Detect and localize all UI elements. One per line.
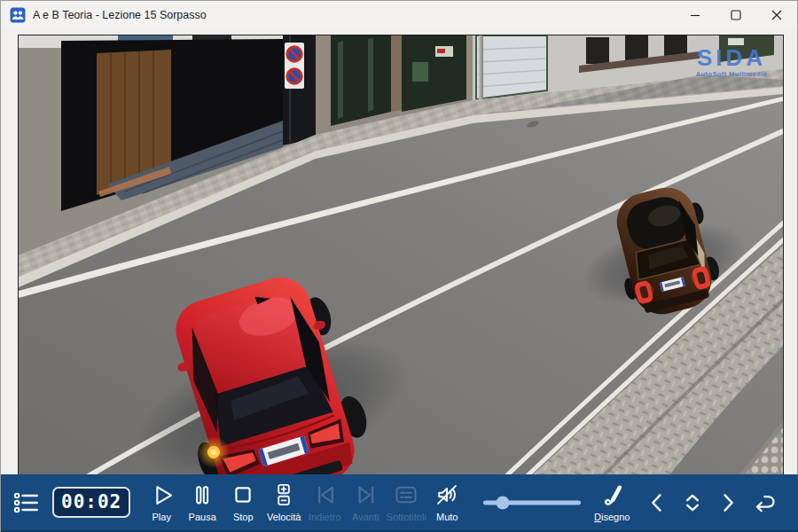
list-icon: [12, 489, 40, 517]
chevron-right-icon: [715, 489, 741, 516]
skip-back-icon: [312, 482, 337, 507]
app-window: A e B Teoria - Lezione 15 Sorpasso: [0, 0, 798, 532]
volume-thumb[interactable]: [497, 496, 510, 509]
playlist-button[interactable]: [8, 474, 43, 530]
stop-button[interactable]: Stop: [223, 474, 263, 530]
draw-button[interactable]: Disegno: [591, 474, 632, 530]
player-toolbar: 00:02 Play Pausa Stop: [1, 474, 798, 530]
timer-display: 00:02: [52, 487, 130, 518]
nav-expand-button[interactable]: [675, 474, 710, 530]
timer-value: 00:02: [61, 491, 121, 512]
stop-icon: [231, 482, 255, 507]
subtitles-label: Sottotitoli: [387, 512, 426, 522]
back-button[interactable]: Indietro: [304, 474, 345, 530]
speed-label: Velocità: [267, 512, 301, 522]
play-icon: [149, 482, 174, 507]
maximize-button[interactable]: [716, 1, 756, 29]
pause-label: Pausa: [189, 512, 216, 522]
return-arrow-icon: [750, 489, 777, 516]
close-icon: [771, 10, 782, 20]
mute-button[interactable]: Muto: [426, 474, 467, 530]
navigation-group: [639, 474, 781, 530]
nav-next-button[interactable]: [710, 474, 746, 530]
video-viewport: SIDA AutoSoft Multimedia: [18, 35, 784, 475]
skip-forward-icon: [353, 482, 378, 507]
forward-button[interactable]: Avanti: [345, 474, 386, 530]
stop-label: Stop: [233, 512, 254, 522]
mute-icon: [434, 482, 459, 507]
pen-icon: [599, 482, 624, 507]
subtitles-button[interactable]: Sottotitoli: [386, 474, 426, 530]
play-button[interactable]: Play: [141, 474, 182, 530]
titlebar: A e B Teoria - Lezione 15 Sorpasso: [1, 1, 797, 29]
minimize-button[interactable]: [675, 1, 716, 29]
draw-label: Disegno: [594, 512, 630, 522]
driving-scene: [19, 35, 783, 474]
close-button[interactable]: [756, 1, 797, 29]
pause-button[interactable]: Pausa: [182, 474, 223, 530]
speed-icon: [271, 482, 296, 507]
chevron-up-down-icon: [679, 489, 706, 516]
maximize-icon: [731, 10, 741, 20]
mute-label: Muto: [436, 512, 458, 522]
forward-label: Avanti: [352, 512, 379, 522]
back-label: Indietro: [309, 512, 341, 522]
return-button[interactable]: [746, 474, 781, 530]
app-people-icon: [10, 7, 26, 23]
chevron-left-icon: [644, 489, 670, 516]
minimize-icon: [690, 10, 700, 20]
pause-icon: [190, 482, 215, 507]
window-title: A e B Teoria - Lezione 15 Sorpasso: [33, 9, 207, 21]
play-label: Play: [153, 512, 171, 522]
volume-slider[interactable]: [483, 494, 581, 512]
subtitles-icon: [394, 482, 419, 507]
nav-previous-button[interactable]: [639, 474, 675, 530]
speed-button[interactable]: Velocità: [263, 474, 304, 530]
